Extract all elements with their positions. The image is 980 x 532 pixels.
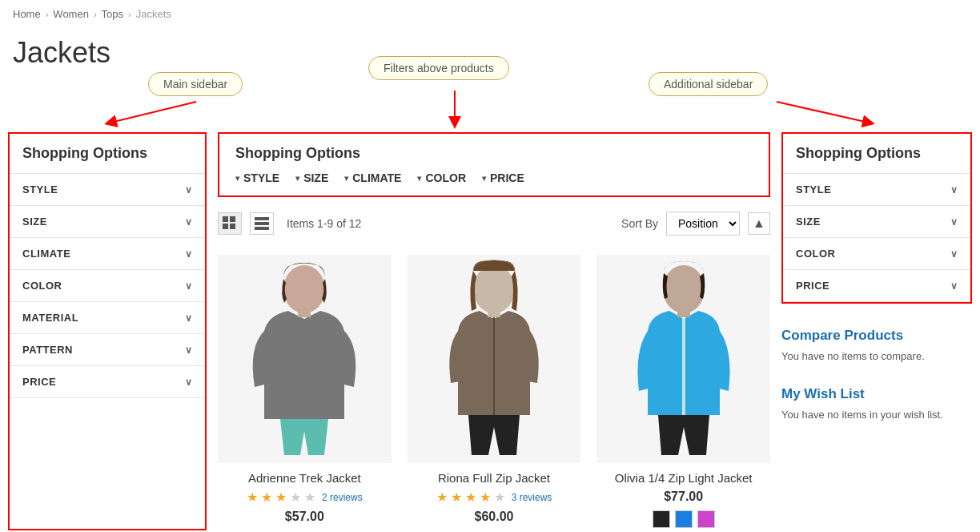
swatch-magenta[interactable] bbox=[697, 510, 715, 528]
breadcrumb-sep-1: › bbox=[46, 10, 49, 19]
product-name-adrienne: Adrienne Trek Jacket bbox=[218, 471, 392, 485]
product-grid: Adrienne Trek Jacket ★ ★ ★ ★ ★ 2 reviews… bbox=[218, 255, 770, 530]
filter-material-label: MATERIAL bbox=[22, 312, 78, 324]
product-image-olivia bbox=[596, 255, 770, 463]
filter-climate-label: CLIMATE bbox=[22, 248, 70, 260]
pill-climate[interactable]: ▾ CLIMATE bbox=[344, 171, 401, 184]
breadcrumb-sep-2: › bbox=[94, 10, 97, 19]
filter-pills: ▾ STYLE ▾ SIZE ▾ CLIMATE ▾ COLOR ▾ PRI bbox=[235, 171, 753, 184]
riona-star-1: ★ bbox=[436, 490, 448, 505]
grid-view-button[interactable] bbox=[218, 212, 242, 235]
wishlist-text: You have no items in your wish list. bbox=[781, 409, 972, 421]
filter-size-label: SIZE bbox=[22, 216, 47, 228]
star-4: ★ bbox=[290, 490, 301, 505]
annotation-arrows bbox=[0, 28, 980, 132]
svg-rect-9 bbox=[255, 222, 269, 225]
breadcrumb-sep-3: › bbox=[128, 10, 131, 19]
pill-size-arrow: ▾ bbox=[295, 174, 299, 183]
svg-rect-12 bbox=[298, 305, 311, 317]
sort-label: Sort By bbox=[621, 217, 658, 230]
star-3: ★ bbox=[275, 490, 287, 505]
swatch-blue[interactable] bbox=[675, 510, 693, 528]
list-view-icon bbox=[255, 216, 269, 231]
svg-rect-4 bbox=[223, 216, 228, 222]
filter-color[interactable]: COLOR ∨ bbox=[10, 270, 205, 302]
items-count: Items 1-9 of 12 bbox=[287, 217, 361, 230]
olivia-figure bbox=[620, 259, 748, 459]
svg-rect-5 bbox=[230, 216, 235, 222]
right-filter-price-label: PRICE bbox=[796, 280, 829, 292]
riona-star-5: ★ bbox=[494, 490, 505, 505]
pill-price-label: PRICE bbox=[490, 171, 524, 184]
right-filter-size-chevron: ∨ bbox=[950, 216, 958, 228]
pill-style[interactable]: ▾ STYLE bbox=[235, 171, 279, 184]
product-swatches-olivia bbox=[596, 510, 770, 528]
right-filter-color[interactable]: COLOR ∨ bbox=[783, 238, 970, 270]
review-count-riona[interactable]: 3 reviews bbox=[512, 492, 552, 503]
filter-climate[interactable]: CLIMATE ∨ bbox=[10, 238, 205, 270]
star-5: ★ bbox=[304, 490, 315, 505]
filter-material[interactable]: MATERIAL ∨ bbox=[10, 302, 205, 334]
main-layout: Shopping Options STYLE ∨ SIZE ∨ CLIMATE … bbox=[0, 132, 980, 530]
pill-color[interactable]: ▾ COLOR bbox=[417, 171, 466, 184]
right-filter-color-chevron: ∨ bbox=[950, 248, 958, 260]
pill-size[interactable]: ▾ SIZE bbox=[295, 171, 328, 184]
wishlist-section: My Wish List You have no items in your w… bbox=[781, 386, 972, 421]
product-image-adrienne bbox=[218, 255, 392, 463]
products-toolbar: Items 1-9 of 12 Sort By Position ▲ bbox=[218, 205, 770, 242]
right-filter-size[interactable]: SIZE ∨ bbox=[783, 206, 970, 238]
filters-bar: Shopping Options ▾ STYLE ▾ SIZE ▾ CLIMAT… bbox=[218, 132, 770, 197]
pill-price[interactable]: ▾ PRICE bbox=[482, 171, 524, 184]
riona-star-4: ★ bbox=[480, 490, 491, 505]
filter-style-label: STYLE bbox=[22, 183, 58, 195]
filter-pattern[interactable]: PATTERN ∨ bbox=[10, 334, 205, 366]
sort-direction-button[interactable]: ▲ bbox=[748, 212, 770, 235]
adrienne-figure bbox=[240, 259, 368, 459]
right-filter-style-label: STYLE bbox=[796, 183, 831, 195]
product-name-olivia: Olivia 1/4 Zip Light Jacket bbox=[596, 471, 770, 485]
right-filter-price[interactable]: PRICE ∨ bbox=[783, 270, 970, 302]
pill-color-arrow: ▾ bbox=[417, 174, 421, 183]
toolbar-left: Items 1-9 of 12 bbox=[218, 212, 361, 235]
pill-size-label: SIZE bbox=[303, 171, 328, 184]
sort-select[interactable]: Position bbox=[666, 212, 740, 236]
filter-style[interactable]: STYLE ∨ bbox=[10, 174, 205, 206]
product-card-olivia: Olivia 1/4 Zip Light Jacket $77.00 bbox=[596, 255, 770, 530]
page-title: Jackets bbox=[13, 36, 110, 70]
filter-style-chevron: ∨ bbox=[185, 184, 193, 195]
svg-rect-8 bbox=[255, 217, 269, 220]
filters-bar-title: Shopping Options bbox=[235, 145, 753, 162]
svg-line-3 bbox=[777, 102, 869, 123]
svg-rect-6 bbox=[223, 224, 228, 229]
filter-color-chevron: ∨ bbox=[185, 280, 193, 292]
pill-climate-arrow: ▾ bbox=[344, 174, 348, 183]
riona-star-3: ★ bbox=[465, 490, 476, 505]
grid-view-icon bbox=[223, 216, 237, 231]
svg-rect-17 bbox=[677, 305, 690, 317]
compare-text: You have no items to compare. bbox=[781, 350, 972, 362]
star-1: ★ bbox=[247, 490, 258, 505]
pill-style-label: STYLE bbox=[243, 171, 279, 184]
compare-section: Compare Products You have no items to co… bbox=[781, 320, 972, 386]
filter-size[interactable]: SIZE ∨ bbox=[10, 206, 205, 238]
product-price-riona: $60.00 bbox=[408, 510, 581, 524]
right-sidebar: Shopping Options STYLE ∨ SIZE ∨ COLOR ∨ … bbox=[781, 132, 972, 530]
review-count-adrienne[interactable]: 2 reviews bbox=[322, 492, 363, 503]
filter-size-chevron: ∨ bbox=[185, 216, 193, 228]
right-filter-size-label: SIZE bbox=[796, 216, 821, 228]
product-stars-riona: ★ ★ ★ ★ ★ 3 reviews bbox=[408, 490, 581, 505]
swatch-black[interactable] bbox=[653, 510, 670, 528]
right-filter-color-label: COLOR bbox=[796, 248, 835, 260]
left-sidebar: Shopping Options STYLE ∨ SIZE ∨ CLIMATE … bbox=[8, 132, 207, 530]
breadcrumb-tops[interactable]: Tops bbox=[102, 8, 123, 20]
wishlist-title: My Wish List bbox=[781, 386, 972, 402]
svg-rect-7 bbox=[230, 224, 235, 229]
filter-price-label: PRICE bbox=[22, 376, 56, 388]
breadcrumb-women[interactable]: Women bbox=[53, 8, 89, 20]
breadcrumb-home[interactable]: Home bbox=[13, 8, 41, 20]
product-price-olivia: $77.00 bbox=[596, 490, 770, 504]
right-filter-style[interactable]: STYLE ∨ bbox=[783, 174, 970, 206]
filter-price[interactable]: PRICE ∨ bbox=[10, 366, 205, 398]
compare-title: Compare Products bbox=[781, 328, 972, 344]
list-view-button[interactable] bbox=[250, 212, 274, 235]
